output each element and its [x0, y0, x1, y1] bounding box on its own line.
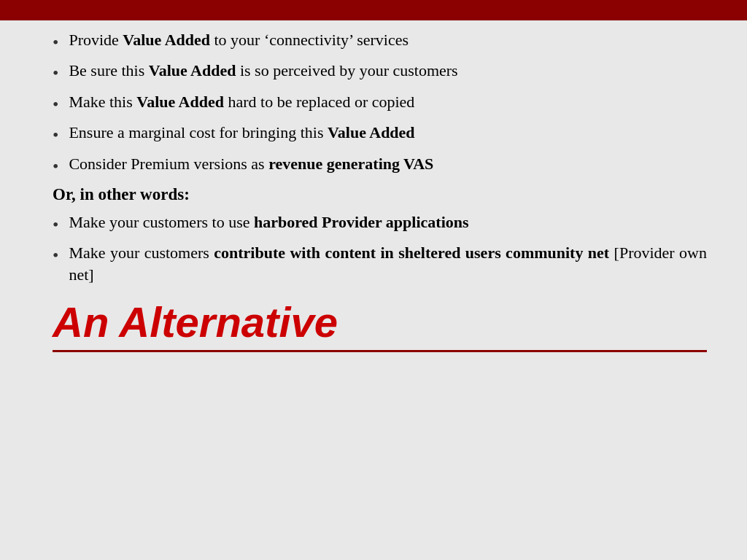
list-item: • Provide Value Added to your ‘connectiv…: [53, 29, 707, 54]
bold-text: harbored Provider applications: [254, 213, 469, 231]
bullet-dot: •: [53, 155, 58, 178]
list-item: • Make this Value Added hard to be repla…: [53, 91, 707, 116]
bullet-dot: •: [53, 93, 58, 116]
bold-text: Value Added: [328, 123, 415, 141]
bullet-text: Be sure this Value Added is so perceived…: [69, 60, 707, 82]
bullet-text: Make your customers to use harbored Prov…: [69, 211, 707, 233]
list-item: • Make your customers contribute with co…: [53, 242, 707, 285]
bold-text: contribute with content in sheltered use…: [214, 244, 609, 262]
bottom-line: [53, 350, 707, 352]
bullet-text: Ensure a marginal cost for bringing this…: [69, 122, 707, 144]
bullet-dot: •: [53, 213, 58, 236]
bold-text: revenue generating VAS: [268, 155, 433, 173]
bullet-list-2: • Make your customers to use harbored Pr…: [53, 211, 707, 286]
bullet-list-1: • Provide Value Added to your ‘connectiv…: [53, 29, 707, 178]
bullet-dot: •: [53, 31, 58, 54]
bold-text: Value Added: [123, 31, 210, 49]
bullet-dot: •: [53, 61, 58, 85]
or-words-heading: Or, in other words:: [53, 185, 707, 204]
alternative-title: An Alternative: [53, 299, 707, 346]
list-item: • Be sure this Value Added is so perceiv…: [53, 60, 707, 85]
list-item: • Consider Premium versions as revenue g…: [53, 153, 707, 178]
top-bar: [0, 0, 747, 20]
bold-text: Value Added: [136, 93, 224, 111]
bold-text: Value Added: [149, 61, 236, 79]
bullet-text: Make this Value Added hard to be replace…: [69, 91, 707, 113]
bullet-dot: •: [53, 123, 58, 147]
bullet-dot: •: [53, 244, 58, 267]
bullet-text: Provide Value Added to your ‘connectivit…: [69, 29, 707, 51]
bullet-text: Make your customers contribute with cont…: [69, 242, 707, 285]
content-area: • Provide Value Added to your ‘connectiv…: [53, 29, 707, 531]
bullet-text: Consider Premium versions as revenue gen…: [69, 153, 707, 175]
list-item: • Make your customers to use harbored Pr…: [53, 211, 707, 236]
list-item: • Ensure a marginal cost for bringing th…: [53, 122, 707, 147]
